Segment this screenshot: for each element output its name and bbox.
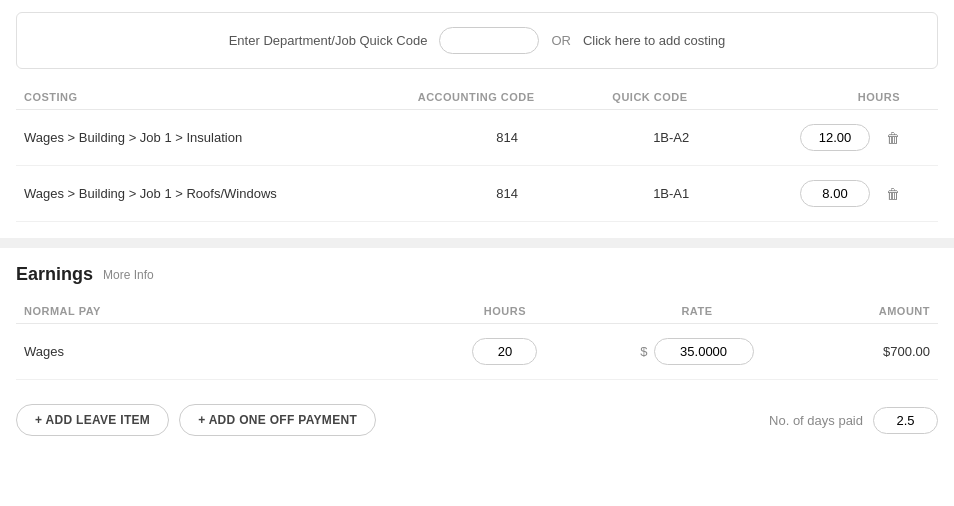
earnings-section: Earnings More Info NORMAL PAY HOURS RATE… [16, 248, 938, 380]
costing-row1-costing: Wages > Building > Job 1 > Insulation [16, 110, 410, 166]
earnings-row1-hours-cell [431, 324, 579, 380]
costing-row1-hours-cell: 🗑 [738, 110, 908, 166]
days-paid-section: No. of days paid [769, 407, 938, 434]
costing-header-quickcode: QUICK CODE [604, 85, 738, 110]
earnings-header-rate: RATE [579, 299, 815, 324]
page-wrapper: Enter Department/Job Quick Code OR Click… [0, 0, 954, 506]
more-info-link[interactable]: More Info [103, 268, 154, 282]
earnings-row: Wages $ $700.00 [16, 324, 938, 380]
action-bar: + ADD LEAVE ITEM + ADD ONE OFF PAYMENT N… [0, 388, 954, 452]
earnings-table: NORMAL PAY HOURS RATE AMOUNT Wages $ [16, 299, 938, 380]
earnings-row1-rate-cell: $ [579, 324, 815, 380]
quick-code-input[interactable] [439, 27, 539, 54]
table-row: Wages > Building > Job 1 > Insulation 81… [16, 110, 938, 166]
quick-code-label: Enter Department/Job Quick Code [229, 33, 428, 48]
earnings-row1-normalpay: Wages [16, 324, 431, 380]
quick-code-or-text: OR [551, 33, 571, 48]
earnings-row1-hours-input[interactable] [472, 338, 537, 365]
days-paid-input[interactable] [873, 407, 938, 434]
dollar-sign: $ [640, 344, 647, 359]
costing-header-costing: COSTING [16, 85, 410, 110]
earnings-title: Earnings [16, 264, 93, 285]
add-one-off-button[interactable]: + ADD ONE OFF PAYMENT [179, 404, 376, 436]
delete-row1-icon[interactable]: 🗑 [886, 130, 900, 146]
costing-section: COSTING ACCOUNTING CODE QUICK CODE HOURS… [16, 85, 938, 222]
costing-row2-hours-input[interactable] [800, 180, 870, 207]
costing-row2-quickcode: 1B-A1 [604, 166, 738, 222]
quick-code-section: Enter Department/Job Quick Code OR Click… [16, 12, 938, 69]
costing-row2-costing: Wages > Building > Job 1 > Roofs/Windows [16, 166, 410, 222]
costing-row1-quickcode: 1B-A2 [604, 110, 738, 166]
costing-table: COSTING ACCOUNTING CODE QUICK CODE HOURS… [16, 85, 938, 222]
costing-header-accounting: ACCOUNTING CODE [410, 85, 605, 110]
earnings-row1-amount: $700.00 [815, 324, 938, 380]
delete-row2-icon[interactable]: 🗑 [886, 186, 900, 202]
earnings-header-amount: AMOUNT [815, 299, 938, 324]
earnings-header-normalpay: NORMAL PAY [16, 299, 431, 324]
section-divider [0, 238, 954, 248]
earnings-row1-rate-input[interactable] [654, 338, 754, 365]
costing-row1-hours-input[interactable] [800, 124, 870, 151]
add-costing-link[interactable]: Click here to add costing [583, 33, 725, 48]
earnings-header-hours: HOURS [431, 299, 579, 324]
costing-row1-accounting: 814 [410, 110, 605, 166]
earnings-header: Earnings More Info [16, 264, 938, 285]
costing-row2-hours-cell: 🗑 [738, 166, 908, 222]
costing-header-hours: HOURS [738, 85, 908, 110]
costing-row2-accounting: 814 [410, 166, 605, 222]
table-row: Wages > Building > Job 1 > Roofs/Windows… [16, 166, 938, 222]
days-paid-label: No. of days paid [769, 413, 863, 428]
add-leave-button[interactable]: + ADD LEAVE ITEM [16, 404, 169, 436]
